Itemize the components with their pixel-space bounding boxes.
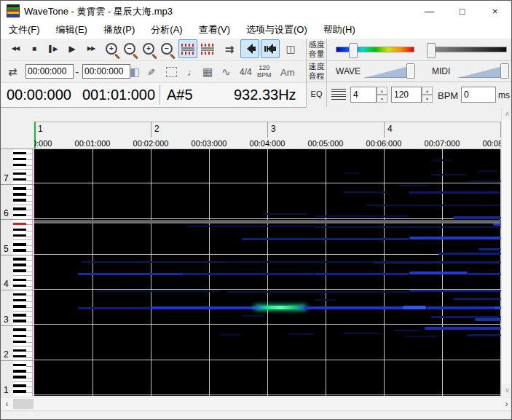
midi-volume-thumb[interactable] [500,63,509,79]
menu-item-0[interactable]: 文件(F) [1,23,48,36]
stop-button[interactable]: ■ [25,39,44,58]
wave-volume-wedge[interactable] [363,66,411,78]
spectrogram[interactable] [34,148,501,396]
pencil-button[interactable]: ✎ [141,68,162,76]
tempo-spin-up[interactable]: ▲ [422,87,433,95]
black-key[interactable] [13,214,26,217]
black-key[interactable] [13,341,26,344]
play-button[interactable]: ▶ [63,39,82,58]
black-key[interactable] [13,328,26,331]
zoom-in-horizontal-button[interactable]: + [102,39,121,58]
fast-forward-button[interactable]: ▶▶ [82,39,101,58]
selection-button[interactable] [166,61,177,83]
menu-item-6[interactable]: 帮助(H) [315,23,363,36]
black-key[interactable] [13,314,26,317]
menu-item-3[interactable]: 分析(A) [143,23,190,36]
loop-button[interactable]: ⇄ [8,61,17,83]
beats-per-measure-input[interactable] [350,87,377,103]
note-marks-off-button[interactable] [198,39,217,58]
black-key[interactable] [13,158,26,161]
scroll-down-button[interactable]: ∨ [502,384,512,396]
note-button[interactable]: ♩ [187,61,197,83]
loop-end-input[interactable] [82,64,130,79]
black-key[interactable] [13,370,26,373]
black-key[interactable] [13,305,26,308]
follow-arrows-button[interactable]: ⇉ [220,39,239,58]
sensitivity-slider-thumb[interactable] [349,43,358,58]
scroll-up-button[interactable]: ∧ [502,108,512,119]
black-key[interactable] [13,173,26,175]
scroll-left-button[interactable]: ‹ [1,398,13,410]
black-key[interactable] [13,335,26,338]
black-key[interactable] [13,364,26,367]
midi-sound-button[interactable] [261,39,280,58]
menu-item-1[interactable]: 编辑(E) [48,23,95,36]
tempo-spin-down[interactable]: ▼ [422,95,433,103]
black-key[interactable] [13,258,26,261]
zoom-out-horizontal-button[interactable]: − [120,39,139,58]
black-key[interactable] [13,164,26,167]
black-key[interactable] [13,320,26,322]
black-key[interactable] [13,264,26,266]
horizontal-scrollbar[interactable]: ‹ › [1,397,512,410]
black-key[interactable] [13,349,26,352]
piano-keyboard[interactable]: 7654321 [1,148,34,396]
black-key[interactable] [13,390,26,393]
zoom-out-vertical-button[interactable]: − [157,39,176,58]
black-key[interactable] [13,234,26,237]
black-key[interactable] [13,207,26,210]
maximize-button[interactable]: □ [446,1,478,21]
tempo-button[interactable]: 120 BPM [257,61,272,83]
menu-item-4[interactable]: 查看(V) [191,23,238,36]
beats-spin-down[interactable]: ▼ [377,95,387,103]
horizontal-scroll-thumb[interactable] [13,399,34,409]
black-key[interactable] [13,229,26,231]
black-key[interactable] [13,178,26,181]
close-button[interactable]: × [478,1,511,21]
staff-icon[interactable] [331,89,346,100]
midi-volume-wedge[interactable] [457,66,505,78]
black-key[interactable] [13,249,26,252]
scroll-right-button[interactable]: › [500,398,512,410]
white-key-separator [26,210,33,210]
black-key[interactable] [13,299,26,302]
black-key[interactable] [13,243,26,246]
note-marks-on-button[interactable] [178,39,197,58]
menu-item-5[interactable]: 选项与设置(O) [238,23,315,36]
black-key[interactable] [13,199,26,202]
waveform-button[interactable]: ∿ [221,61,231,83]
score-book-button[interactable]: ◫ [281,39,300,58]
highlighted-key-A#5[interactable] [13,223,26,226]
black-key[interactable] [13,376,26,379]
note-list-button[interactable]: ▦ [202,61,213,83]
key-button[interactable]: Am [280,61,295,83]
volume-display-slider-thumb[interactable] [427,43,436,58]
rewind-button[interactable]: ◀◀ [6,39,25,58]
beats-spin-up[interactable]: ▲ [377,87,387,95]
wave-volume-thumb[interactable] [406,63,415,79]
black-key[interactable] [13,384,26,387]
minimize-button[interactable]: — [413,1,446,21]
black-key[interactable] [13,279,26,282]
offset-ms-input[interactable] [461,87,496,103]
sensitivity-slider-track[interactable] [336,47,414,52]
split-view-button[interactable]: ◧ [130,61,140,83]
black-key[interactable] [13,187,26,190]
tempo-input[interactable] [391,87,422,103]
black-key[interactable] [13,293,26,296]
menu-item-2[interactable]: 播放(P) [95,23,143,36]
black-key[interactable] [13,355,26,358]
meter-button[interactable]: 4/4 [240,61,252,83]
zoom-in-vertical-button[interactable]: + [139,39,158,58]
black-key[interactable] [13,193,26,196]
wave-sound-button[interactable] [240,39,259,58]
black-key[interactable] [13,285,26,288]
vertical-scrollbar[interactable]: ∧ ∨ [501,108,512,396]
pitch-label: 音程 [309,71,325,81]
black-key[interactable] [13,269,26,272]
play-pause-button[interactable]: ▌▶ [44,39,63,58]
loop-start-input[interactable] [25,64,74,79]
black-key[interactable] [13,152,26,155]
volume-display-slider-track[interactable] [428,47,507,52]
timeline-ruler[interactable]: 123400:00:00000:01:00000:02:00000:03:000… [34,108,501,148]
